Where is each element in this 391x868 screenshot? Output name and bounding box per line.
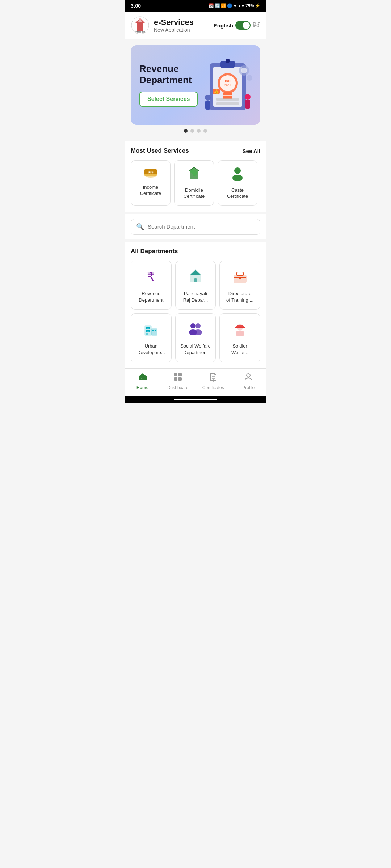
service-card-domicile[interactable]: DomicileCertificate (174, 160, 214, 206)
dot-1[interactable] (190, 129, 194, 133)
nav-profile[interactable]: Profile (231, 372, 266, 390)
profile-nav-label: Profile (242, 385, 255, 390)
svg-rect-58 (178, 373, 182, 376)
service-card-caste[interactable]: CasteCertificate (218, 160, 257, 206)
svg-rect-40 (145, 326, 151, 335)
search-section: 🔍 (125, 214, 266, 239)
svg-rect-30 (232, 175, 243, 181)
carousel-dots (131, 129, 260, 133)
dept-card-urban[interactable]: UrbanDevelopme... (131, 313, 172, 362)
revenue-dept-label: RevenueDepartment (139, 290, 163, 303)
panchayati-dept-label: PanchayatiRaj Depar... (183, 290, 208, 303)
certificates-nav-label: Certificates (202, 385, 224, 390)
svg-marker-33 (190, 270, 201, 275)
svg-point-52 (194, 329, 202, 335)
lang-hindi-label: हिंदी (253, 22, 260, 29)
svg-rect-46 (152, 330, 154, 331)
soldier-icon (232, 321, 248, 339)
dept-card-panchayati[interactable]: PanchayatiRaj Depar... (175, 261, 216, 310)
nav-certificates[interactable]: Certificates (196, 372, 231, 390)
social-dept-label: Social WelfareDepartment (180, 343, 211, 356)
app-name: e-Services (154, 18, 209, 27)
svg-rect-60 (178, 377, 182, 381)
home-nav-icon (138, 372, 147, 384)
svg-rect-35 (194, 278, 197, 282)
battery-icon: ⚡ (255, 3, 260, 8)
home-nav-label: Home (136, 385, 148, 390)
most-used-section: Most Used Services See All $$$ IncomeCer… (125, 141, 266, 212)
departments-grid: ₹ RevenueDepartment PanchayatiRaj Depar.… (131, 261, 260, 362)
dashboard-nav-label: Dashboard (167, 385, 189, 390)
nav-dashboard[interactable]: Dashboard (160, 372, 196, 390)
svg-point-50 (196, 323, 201, 328)
status-bar: 3:00 📅 🔄 📶 🔵 ▼ ▲▼ 79% ⚡ (125, 0, 266, 12)
dot-3[interactable] (203, 129, 207, 133)
soldier-dept-label: SoldierWelfar... (231, 343, 248, 356)
carousel-title: RevenueDepartment (139, 63, 252, 86)
service-card-income[interactable]: $$$ IncomeCertificate (131, 160, 171, 206)
dept-card-training[interactable]: Directorateof Training ... (219, 261, 260, 310)
signal-icon: ▲▼ (237, 4, 245, 8)
svg-rect-41 (151, 329, 157, 335)
domicile-label: DomicileCertificate (184, 187, 205, 200)
certificates-nav-icon (209, 372, 218, 384)
app-header: उत्तराखंड राज्य e-Services New Applicati… (125, 12, 266, 39)
svg-rect-57 (174, 373, 177, 376)
departments-title: All Departments (131, 248, 260, 255)
income-label: IncomeCertificate (140, 184, 161, 197)
services-row: $$$ IncomeCertificate DomicileCertificat… (131, 160, 260, 206)
most-used-header: Most Used Services See All (131, 147, 260, 154)
panchayati-icon (188, 268, 203, 287)
dot-0[interactable] (184, 129, 188, 133)
svg-text:उत्तराखंड राज्य: उत्तराखंड राज्य (135, 31, 144, 33)
dept-card-social[interactable]: Social WelfareDepartment (175, 313, 216, 362)
urban-dept-label: UrbanDevelopme... (137, 343, 165, 356)
carousel-card-0[interactable]: RevenueDepartment Select Services ISO 90… (131, 45, 260, 125)
svg-rect-44 (146, 330, 148, 332)
dot-2[interactable] (197, 129, 201, 133)
svg-rect-39 (239, 277, 241, 279)
toggle-knob (243, 22, 250, 29)
wifi-icon: ▼ (233, 4, 237, 8)
dept-card-soldier[interactable]: SoldierWelfar... (219, 313, 260, 362)
svg-point-65 (247, 374, 250, 377)
caste-icon (231, 166, 244, 184)
select-services-button[interactable]: Select Services (139, 92, 198, 107)
svg-rect-45 (148, 330, 150, 332)
app-logo: उत्तराखंड राज्य (131, 16, 150, 35)
dept-card-revenue[interactable]: ₹ RevenueDepartment (131, 261, 172, 310)
bottom-nav: Home Dashboard Certificates (125, 368, 266, 396)
lang-switch[interactable] (235, 21, 251, 30)
carousel-text: RevenueDepartment Select Services (131, 55, 260, 115)
domicile-icon (187, 166, 201, 184)
svg-text:₹: ₹ (147, 269, 155, 283)
svg-rect-47 (155, 330, 156, 331)
nav-home[interactable]: Home (125, 372, 160, 390)
svg-rect-56 (141, 378, 144, 380)
departments-section: All Departments ₹ RevenueDepartment Panc… (125, 242, 266, 368)
app-subtitle: New Application (154, 27, 209, 33)
svg-point-29 (234, 167, 241, 174)
social-icon (188, 321, 203, 339)
svg-rect-59 (174, 377, 177, 381)
training-icon (232, 268, 248, 287)
svg-point-49 (190, 323, 196, 328)
most-used-title: Most Used Services (131, 147, 189, 154)
svg-rect-48 (146, 333, 148, 335)
search-input[interactable] (148, 224, 255, 230)
carousel-section: RevenueDepartment Select Services ISO 90… (125, 39, 266, 139)
svg-rect-55 (236, 331, 244, 336)
svg-text:$$$: $$$ (148, 170, 153, 174)
home-indicator-bar (174, 399, 217, 400)
see-all-button[interactable]: See All (243, 148, 260, 154)
profile-nav-icon (244, 372, 253, 384)
header-text-block: e-Services New Application (154, 18, 209, 33)
revenue-dept-icon: ₹ (143, 268, 159, 287)
battery-level: 79% (245, 3, 254, 8)
training-dept-label: Directorateof Training ... (226, 290, 253, 303)
language-toggle[interactable]: English हिंदी (214, 21, 260, 30)
search-box: 🔍 (131, 219, 260, 235)
urban-icon (143, 321, 159, 339)
search-icon: 🔍 (136, 223, 144, 231)
income-icon: $$$ (143, 166, 158, 181)
